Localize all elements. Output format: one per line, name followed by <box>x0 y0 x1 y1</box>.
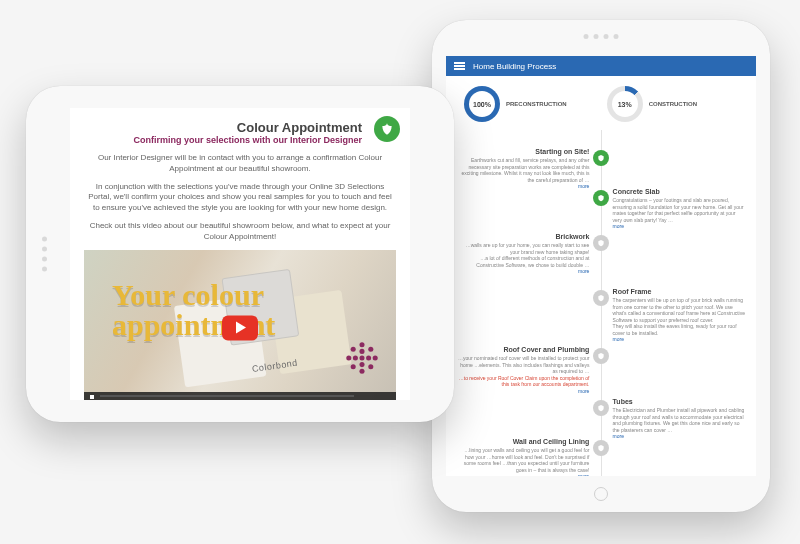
intro-paragraph-3: Check out this video about our beautiful… <box>84 221 396 243</box>
speaker-dots <box>42 237 47 272</box>
more-link[interactable]: more <box>578 183 589 189</box>
timeline-item-title: Starting on Site! <box>456 148 589 155</box>
tablet-right: Home Building Process 100% PRECONSTRUCTI… <box>432 20 770 512</box>
timeline-item-title: Roof Cover and Plumbing <box>456 346 589 353</box>
timeline: Starting on Site!Earthworks cut and fill… <box>456 130 746 476</box>
timeline-item-body: …your nominated roof cover will be insta… <box>456 355 589 375</box>
timeline-item: TubesThe Electrician and Plumber install… <box>613 398 746 439</box>
svg-point-6 <box>366 355 371 360</box>
timeline-item-body: The carpenters will be up on top of your… <box>613 297 746 323</box>
video-control-bar[interactable] <box>84 392 396 400</box>
home-button[interactable] <box>594 487 608 501</box>
svg-point-1 <box>359 348 364 353</box>
svg-point-2 <box>351 346 356 351</box>
menu-icon[interactable] <box>454 62 465 70</box>
timeline-node[interactable] <box>593 150 609 166</box>
tablet-left: Colour Appointment Confirming your selec… <box>26 86 454 422</box>
svg-point-10 <box>359 362 364 367</box>
timeline-item-title: Concrete Slab <box>613 188 746 195</box>
left-screen: Colour Appointment Confirming your selec… <box>70 108 410 400</box>
timeline-node[interactable] <box>593 348 609 364</box>
more-link[interactable]: more <box>613 336 624 342</box>
speaker-dots <box>584 34 619 39</box>
gauge-ring-icon: 13% <box>607 86 643 122</box>
timeline-item: Wall and Ceiling Lining…lining your wall… <box>456 438 589 476</box>
timeline-item-title: Roof Frame <box>613 288 746 295</box>
svg-point-7 <box>373 355 378 360</box>
page-subtitle: Confirming your selections with our Inte… <box>84 135 362 145</box>
gauge-construction: 13% CONSTRUCTION <box>607 86 697 122</box>
timeline-item-body: …lining your walls and ceiling you will … <box>456 447 589 473</box>
timeline-node[interactable] <box>593 235 609 251</box>
timeline-node[interactable] <box>593 290 609 306</box>
timeline-item-body: Congratulations – your footings and slab… <box>613 197 746 223</box>
play-button-icon[interactable] <box>222 315 258 340</box>
more-link[interactable]: more <box>578 473 589 476</box>
intro-paragraph-2: In conjunction with the selections you'v… <box>84 182 396 214</box>
timeline-item: Starting on Site!Earthworks cut and fill… <box>456 148 589 189</box>
more-link[interactable]: more <box>613 223 624 229</box>
svg-point-12 <box>359 355 364 360</box>
stage-badge-icon <box>374 116 400 142</box>
more-link[interactable]: more <box>613 433 624 439</box>
timeline-item-body: …a lot of different methods of construct… <box>456 255 589 268</box>
timeline-item-body: …walls are up for your home, you can rea… <box>456 242 589 255</box>
page-title: Colour Appointment <box>84 120 362 135</box>
timeline-item-body: They will also install the eaves lining,… <box>613 323 746 336</box>
header-title: Home Building Process <box>473 62 556 71</box>
timeline-item-title: Wall and Ceiling Lining <box>456 438 589 445</box>
timeline-item-alert: …to receive your Roof Cover Claim upon t… <box>456 375 589 388</box>
video-player[interactable]: Colorbond Your colourappointment <box>84 250 396 400</box>
gauge-preconstruction: 100% PRECONSTRUCTION <box>464 86 567 122</box>
intro-paragraph-1: Our Interior Designer will be in contact… <box>84 153 396 175</box>
svg-point-0 <box>359 342 364 347</box>
svg-point-8 <box>351 364 356 369</box>
gauge-ring-icon: 100% <box>464 86 500 122</box>
timeline-node[interactable] <box>593 190 609 206</box>
timeline-node[interactable] <box>593 400 609 416</box>
timeline-item-title: Brickwork <box>456 233 589 240</box>
timeline-item: Roof FrameThe carpenters will be up on t… <box>613 288 746 342</box>
timeline-item-body: The Electrician and Plumber install all … <box>613 407 746 433</box>
more-link[interactable]: more <box>578 388 589 394</box>
timeline-node[interactable] <box>593 440 609 456</box>
svg-point-9 <box>368 364 373 369</box>
svg-point-3 <box>368 346 373 351</box>
timeline-item-title: Tubes <box>613 398 746 405</box>
flower-decoration-icon <box>340 336 384 380</box>
svg-point-4 <box>346 355 351 360</box>
timeline-item: Concrete SlabCongratulations – your foot… <box>613 188 746 229</box>
svg-point-11 <box>359 368 364 373</box>
timeline-item: Brickwork…walls are up for your home, yo… <box>456 233 589 274</box>
svg-point-5 <box>353 355 358 360</box>
more-link[interactable]: more <box>578 268 589 274</box>
app-header: Home Building Process <box>446 56 756 76</box>
right-screen: Home Building Process 100% PRECONSTRUCTI… <box>446 56 756 476</box>
progress-gauges: 100% PRECONSTRUCTION 13% CONSTRUCTION <box>446 76 756 128</box>
timeline-item-body: Earthworks cut and fill, service prelays… <box>456 157 589 183</box>
timeline-item: Roof Cover and Plumbing…your nominated r… <box>456 346 589 394</box>
